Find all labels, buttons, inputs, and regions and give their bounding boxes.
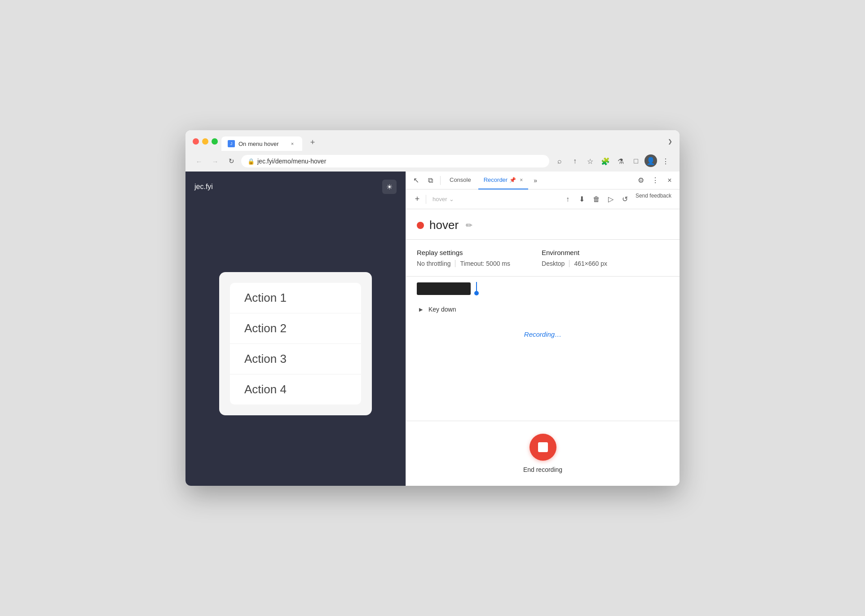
menu-inner: Action 1 Action 2 Action 3 Action 4 (230, 283, 361, 405)
import-button[interactable]: ⬇ (575, 193, 589, 206)
new-tab-button[interactable]: + (306, 136, 319, 149)
environment-title: Environment (542, 249, 612, 256)
recording-toolbar-divider (426, 195, 426, 204)
account-avatar[interactable]: 👤 (644, 154, 657, 167)
toolbar-divider (440, 176, 441, 185)
extension-icon[interactable]: 🧩 (599, 154, 612, 168)
edit-recording-name-button[interactable]: ✏ (466, 220, 472, 230)
recording-status: Recording… (406, 323, 680, 346)
timeline-dot (474, 291, 479, 295)
traffic-lights (193, 138, 218, 151)
reading-view-icon[interactable]: □ (629, 154, 643, 168)
flask-icon[interactable]: ⚗ (614, 154, 627, 168)
delete-button[interactable]: 🗑 (590, 193, 603, 206)
sun-icon: ☀ (386, 183, 393, 191)
maximize-traffic-light[interactable] (212, 138, 218, 145)
event-timeline: ▶ Key down (406, 277, 680, 323)
timeout-value: Timeout: 5000 ms (455, 260, 515, 267)
account-icon: 👤 (646, 157, 655, 165)
end-recording-label: End recording (523, 466, 562, 473)
chevron-down-icon: ⌄ (449, 196, 454, 202)
forward-button[interactable]: → (209, 155, 221, 167)
devtools-toolbar: ↖ ⧉ Console Recorder 📌 × » ⚙ (406, 172, 680, 189)
tab-favicon: J (228, 140, 235, 147)
pin-icon: 📌 (509, 177, 516, 183)
recording-header: hover ✏ (406, 209, 680, 240)
device-toggle-button[interactable]: ⧉ (424, 174, 437, 187)
stop-icon (538, 442, 548, 452)
timeline-line (476, 282, 477, 291)
search-action-button[interactable]: ⌕ (553, 154, 566, 168)
menu-item-action4[interactable]: Action 4 (230, 374, 361, 405)
devtools-more-button[interactable]: ⋮ (649, 174, 662, 187)
back-icon: ← (196, 158, 203, 165)
recorder-tab-close-icon[interactable]: × (520, 177, 523, 183)
devtools-settings-button[interactable]: ⚙ (635, 174, 647, 187)
tab-title: On menu hover (238, 141, 285, 147)
url-text: jec.fyi/demo/menu-hover (257, 158, 326, 165)
key-down-event: ▶ Key down (417, 301, 669, 318)
url-bar[interactable]: 🔒 jec.fyi/demo/menu-hover (241, 155, 549, 167)
settings-section: Replay settings No throttling Timeout: 5… (406, 240, 680, 277)
main-content: jec.fyi ☀ Action 1 Action 2 Action 3 Act… (185, 172, 680, 486)
settings-gear-icon: ⚙ (638, 176, 644, 185)
end-recording-button[interactable] (530, 434, 556, 461)
key-down-label: Key down (428, 306, 456, 313)
refresh-icon: ↻ (229, 157, 234, 165)
devtools-panel: ↖ ⧉ Console Recorder 📌 × » ⚙ (406, 172, 680, 486)
environment-group: Environment Desktop 461×660 px (542, 249, 612, 267)
site-header: jec.fyi ☀ (185, 172, 406, 202)
replay-settings-title: Replay settings (417, 249, 515, 256)
timeline-black-bar (417, 282, 471, 295)
send-feedback-button[interactable]: Send feedback (633, 193, 674, 206)
menu-container: Action 1 Action 2 Action 3 Action 4 (219, 272, 372, 415)
devtools-close-button[interactable]: × (663, 174, 676, 187)
title-bar: J On menu hover × + ❯ (185, 130, 680, 151)
replay-icon: ▷ (608, 195, 613, 203)
add-icon: + (415, 194, 420, 204)
menu-item-action3[interactable]: Action 3 (230, 344, 361, 374)
tab-recorder[interactable]: Recorder 📌 × (478, 172, 528, 189)
recorder-tab-label: Recorder (484, 176, 508, 183)
browser-menu-button[interactable]: ⋮ (659, 154, 672, 168)
website-panel: jec.fyi ☀ Action 1 Action 2 Action 3 Act… (185, 172, 406, 486)
browser-tab[interactable]: J On menu hover × (221, 136, 302, 151)
redo-button[interactable]: ↺ (618, 193, 632, 206)
theme-toggle-button[interactable]: ☀ (382, 180, 397, 194)
expand-arrow-icon: ▶ (419, 307, 423, 312)
timeline-indicator (474, 282, 479, 295)
recording-name-dropdown[interactable]: hover ⌄ (429, 194, 474, 204)
browser-window: J On menu hover × + ❯ ← → ↻ 🔒 jec.fyi/de… (185, 130, 680, 486)
back-button[interactable]: ← (193, 155, 205, 167)
devtools-close-icon: × (667, 176, 671, 185)
upload-icon: ↑ (566, 195, 569, 203)
replay-button[interactable]: ▷ (604, 193, 618, 206)
forward-icon: → (212, 158, 219, 165)
events-section: ▶ Key down Recording… (406, 277, 680, 421)
address-bar: ← → ↻ 🔒 jec.fyi/demo/menu-hover ⌕ ↑ ☆ 🧩 … (185, 151, 680, 172)
site-center: Action 1 Action 2 Action 3 Action 4 (185, 202, 406, 485)
close-traffic-light[interactable] (193, 138, 199, 145)
menu-item-action1[interactable]: Action 1 (230, 283, 361, 313)
redo-icon: ↺ (622, 195, 628, 203)
share-button[interactable]: ↑ (568, 154, 582, 168)
delete-icon: 🗑 (593, 195, 600, 203)
event-expand-button[interactable]: ▶ (417, 305, 425, 313)
minimize-traffic-light[interactable] (202, 138, 208, 145)
tab-list-chevron-icon[interactable]: ❯ (668, 138, 672, 151)
more-tabs-button[interactable]: » (530, 177, 541, 184)
inspect-element-button[interactable]: ↖ (410, 174, 422, 187)
menu-item-action2[interactable]: Action 2 (230, 313, 361, 344)
recording-name-text: hover (432, 196, 447, 202)
site-logo: jec.fyi (194, 183, 213, 191)
throttling-value: No throttling (417, 260, 455, 267)
refresh-button[interactable]: ↻ (225, 155, 238, 167)
export-button[interactable]: ↑ (561, 193, 574, 206)
bookmark-button[interactable]: ☆ (583, 154, 597, 168)
add-step-button[interactable]: + (411, 194, 423, 205)
tab-console[interactable]: Console (444, 172, 477, 189)
address-bar-actions: ⌕ ↑ ☆ 🧩 ⚗ □ 👤 ⋮ (553, 154, 672, 168)
end-recording-section: End recording (406, 421, 680, 486)
tab-close-button[interactable]: × (289, 140, 296, 147)
console-tab-label: Console (450, 176, 471, 183)
